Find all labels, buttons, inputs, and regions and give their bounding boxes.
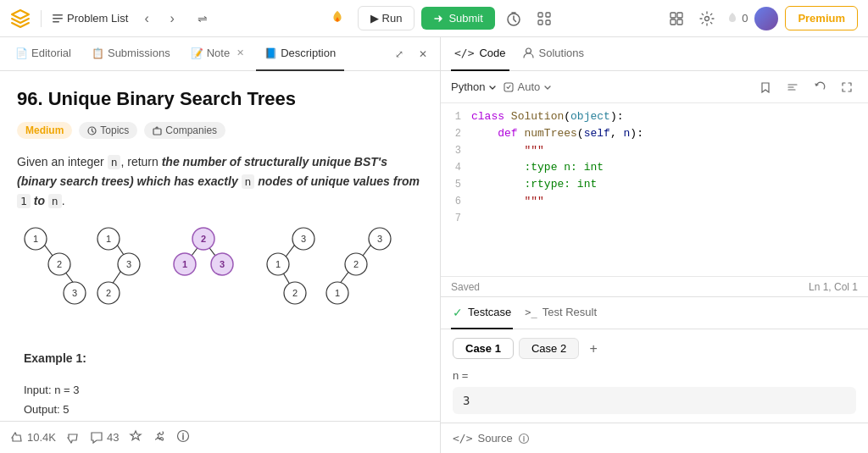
svg-text:2: 2 [353, 259, 359, 269]
input-value[interactable]: 3 [453, 387, 856, 414]
share-button[interactable] [153, 429, 166, 445]
shuffle-button[interactable]: ⇌ [191, 7, 214, 30]
streak-count: 0 [742, 12, 748, 25]
avatar[interactable] [754, 7, 778, 30]
companies-tag[interactable]: Companies [144, 122, 225, 139]
note-label: Note [207, 47, 230, 59]
status-bar: Saved Ln 1, Col 1 [441, 276, 868, 296]
comment-button[interactable]: 43 [90, 431, 119, 445]
run-button[interactable]: ▶ Run [358, 6, 415, 30]
nav-center: ▶ Run Submit [324, 5, 556, 32]
testresult-icon: >_ [525, 307, 537, 318]
nav-right: 0 Premium [665, 6, 858, 30]
prev-problem-button[interactable]: ‹ [135, 7, 159, 30]
problem-description: Given an integer n, return the number of… [17, 152, 423, 210]
svg-rect-5 [546, 13, 550, 17]
svg-text:3: 3 [301, 234, 306, 244]
topics-tag[interactable]: Topics [79, 122, 137, 139]
code-line-1: 1 class Solution(object): [441, 110, 868, 127]
code-toolbar: Python Auto [441, 71, 868, 103]
expand-code-icon[interactable] [836, 76, 858, 98]
add-case-button[interactable]: + [584, 340, 603, 358]
svg-point-56 [526, 48, 531, 53]
tab-editorial[interactable]: 📄 Editorial [7, 37, 80, 71]
svg-text:2: 2 [292, 288, 298, 298]
note-icon: 📝 [191, 47, 203, 59]
topics-label: Topics [100, 124, 129, 136]
settings-icon[interactable] [695, 7, 719, 30]
code-line-6: 6 """ [441, 195, 868, 212]
tab-code[interactable]: </> Code [451, 37, 509, 71]
example1-io: Example 1: Input: n = 3 Output: 5 [17, 348, 423, 419]
code-line-2: 2 def numTrees(self, n): [441, 127, 868, 144]
example1-input: Input: n = 3 [24, 380, 423, 400]
test-content: Case 1 Case 2 + n = 3 [441, 329, 868, 423]
submit-button[interactable]: Submit [421, 7, 494, 30]
logo-icon[interactable] [10, 8, 31, 29]
svg-rect-14 [153, 129, 161, 135]
format-icon[interactable] [782, 76, 804, 98]
svg-rect-11 [677, 19, 682, 25]
top-nav: Problem List ‹ › ⇌ ▶ Run Submit [0, 0, 868, 37]
streak-counter[interactable]: 0 [726, 12, 748, 25]
code-line-5: 5 :rtype: int [441, 178, 868, 195]
note-close-icon[interactable]: ✕ [236, 47, 244, 58]
svg-rect-8 [670, 13, 676, 18]
info-button[interactable] [176, 429, 190, 445]
testresult-tab[interactable]: >_ Test Result [523, 297, 598, 329]
run-label: Run [382, 12, 403, 25]
testcase-label: Testcase [468, 306, 511, 318]
expand-icon[interactable]: ⤢ [389, 44, 409, 64]
tab-submissions[interactable]: 📋 Submissions [83, 37, 179, 71]
tab-note[interactable]: 📝 Note ✕ [182, 37, 253, 71]
svg-rect-9 [677, 13, 682, 18]
dislike-button[interactable] [66, 431, 80, 445]
input-label: n = [453, 369, 856, 382]
submissions-label: Submissions [108, 47, 170, 59]
code-label: Code [479, 47, 505, 59]
bst-diagram: 1 2 3 1 3 2 [17, 227, 423, 331]
timer-icon[interactable] [502, 7, 526, 30]
svg-text:1: 1 [182, 259, 187, 269]
comment-count: 43 [107, 431, 119, 444]
source-label: Source [477, 432, 512, 445]
testcase-tab[interactable]: ✓ Testcase [451, 297, 513, 329]
reset-icon[interactable] [809, 76, 831, 98]
svg-text:1: 1 [335, 288, 340, 298]
submissions-icon: 📋 [92, 47, 104, 59]
code-editor[interactable]: 1 class Solution(object): 2 def numTrees… [441, 103, 868, 276]
problem-list-label: Problem List [67, 12, 128, 25]
code-line-3: 3 """ [441, 144, 868, 161]
tab-solutions[interactable]: Solutions [520, 37, 587, 71]
editorial-label: Editorial [31, 47, 71, 59]
star-button[interactable] [129, 429, 142, 445]
case2-button[interactable]: Case 2 [519, 338, 579, 359]
difficulty-badge[interactable]: Medium [17, 122, 72, 139]
code-line-7: 7 [441, 212, 868, 229]
saved-status: Saved [451, 281, 480, 293]
bookmark-icon[interactable] [754, 76, 776, 98]
premium-button[interactable]: Premium [785, 6, 858, 30]
left-tab-bar: 📄 Editorial 📋 Submissions 📝 Note ✕ 📘 Des… [0, 37, 440, 71]
like-button[interactable]: 10.4K [10, 431, 56, 445]
problem-list-nav[interactable]: Problem List [52, 12, 128, 25]
close-panel-icon[interactable]: ✕ [413, 44, 433, 64]
companies-label: Companies [165, 124, 217, 136]
fire-icon[interactable] [324, 5, 351, 32]
code-line-4: 4 :type n: int [441, 161, 868, 178]
language-selector[interactable]: Python [451, 80, 497, 93]
test-cases: Case 1 Case 2 + [453, 338, 856, 359]
case1-button[interactable]: Case 1 [453, 338, 514, 359]
bottom-bar: 10.4K 43 [0, 421, 440, 453]
tab-description[interactable]: 📘 Description [256, 37, 344, 71]
source-bar[interactable]: </> Source [441, 423, 868, 453]
grid-icon[interactable] [665, 7, 688, 30]
next-problem-button[interactable]: › [160, 7, 184, 30]
svg-text:1: 1 [106, 234, 111, 244]
example1-title: Example 1: [24, 348, 423, 369]
fullscreen-icon[interactable] [532, 7, 556, 30]
left-panel: 📄 Editorial 📋 Submissions 📝 Note ✕ 📘 Des… [0, 37, 441, 453]
svg-rect-0 [53, 14, 63, 16]
svg-rect-4 [538, 13, 542, 17]
auto-mode-selector[interactable]: Auto [504, 80, 552, 93]
